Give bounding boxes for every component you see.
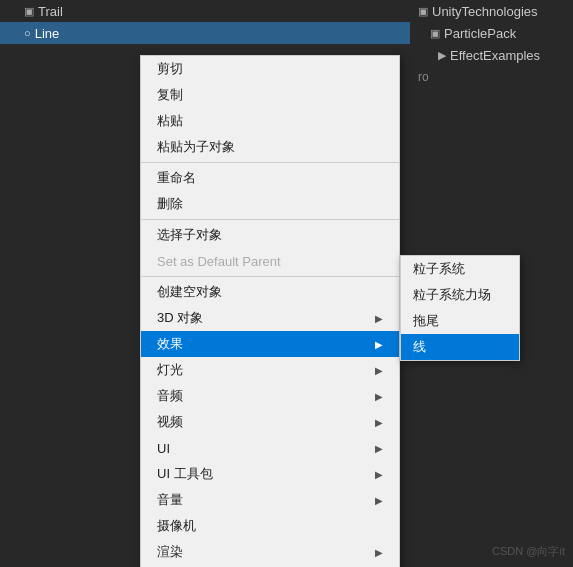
submenu-line[interactable]: 线 [401, 334, 519, 360]
hierarchy-label-trail: Trail [38, 4, 63, 19]
menu-create-empty[interactable]: 创建空对象 [141, 279, 399, 305]
arrow-3d: ▶ [375, 313, 383, 324]
menu-3d-object[interactable]: 3D 对象 ▶ [141, 305, 399, 331]
right-panel-effectexamples[interactable]: ▶ EffectExamples [410, 44, 573, 66]
arrow-light: ▶ [375, 365, 383, 376]
menu-copy[interactable]: 复制 [141, 82, 399, 108]
particlepack-icon: ▣ [430, 27, 440, 40]
hierarchy-item-trail[interactable]: ▣ Trail [0, 0, 410, 22]
menu-cut[interactable]: 剪切 [141, 56, 399, 82]
menu-paste[interactable]: 粘贴 [141, 108, 399, 134]
hierarchy-item-line[interactable]: ○ Line [0, 22, 410, 44]
unity-icon: ▣ [418, 5, 428, 18]
menu-delete[interactable]: 删除 [141, 191, 399, 217]
right-panel-particlepack-label: ParticlePack [444, 26, 516, 41]
hierarchy-label-line: Line [35, 26, 60, 41]
menu-volume[interactable]: 音量 ▶ [141, 487, 399, 513]
menu-ui-toolkit[interactable]: UI 工具包 ▶ [141, 461, 399, 487]
watermark: CSDN @向字it [492, 544, 565, 559]
right-panel-suffix: ro [410, 66, 573, 88]
menu-render[interactable]: 渲染 ▶ [141, 539, 399, 565]
arrow-ui: ▶ [375, 443, 383, 454]
divider-1 [141, 162, 399, 163]
menu-light[interactable]: 灯光 ▶ [141, 357, 399, 383]
divider-3 [141, 276, 399, 277]
menu-select-children[interactable]: 选择子对象 [141, 222, 399, 248]
arrow-audio: ▶ [375, 391, 383, 402]
arrow-render: ▶ [375, 547, 383, 558]
effectexamples-icon: ▶ [438, 49, 446, 62]
trail-icon: ▣ [24, 5, 34, 18]
arrow-video: ▶ [375, 417, 383, 428]
menu-rename[interactable]: 重命名 [141, 165, 399, 191]
menu-audio[interactable]: 音频 ▶ [141, 383, 399, 409]
right-panel-effectexamples-label: EffectExamples [450, 48, 540, 63]
right-panel-particlepack[interactable]: ▣ ParticlePack [410, 22, 573, 44]
context-menu: 剪切 复制 粘贴 粘贴为子对象 重命名 删除 选择子对象 Set as Defa… [140, 55, 400, 567]
effects-submenu: 粒子系统 粒子系统力场 拖尾 线 [400, 255, 520, 361]
menu-set-default-parent: Set as Default Parent [141, 248, 399, 274]
right-panel-unity[interactable]: ▣ UnityTechnologies [410, 0, 573, 22]
menu-paste-child[interactable]: 粘贴为子对象 [141, 134, 399, 160]
arrow-effects: ▶ [375, 339, 383, 350]
menu-ui[interactable]: UI ▶ [141, 435, 399, 461]
submenu-particle-force-field[interactable]: 粒子系统力场 [401, 282, 519, 308]
right-panel-suffix-text: ro [418, 70, 429, 84]
menu-camera[interactable]: 摄像机 [141, 513, 399, 539]
arrow-ui-toolkit: ▶ [375, 469, 383, 480]
divider-2 [141, 219, 399, 220]
menu-effects[interactable]: 效果 ▶ [141, 331, 399, 357]
submenu-particle-system[interactable]: 粒子系统 [401, 256, 519, 282]
right-panel-unity-label: UnityTechnologies [432, 4, 538, 19]
arrow-volume: ▶ [375, 495, 383, 506]
submenu-trail[interactable]: 拖尾 [401, 308, 519, 334]
menu-video[interactable]: 视频 ▶ [141, 409, 399, 435]
line-icon: ○ [24, 27, 31, 39]
